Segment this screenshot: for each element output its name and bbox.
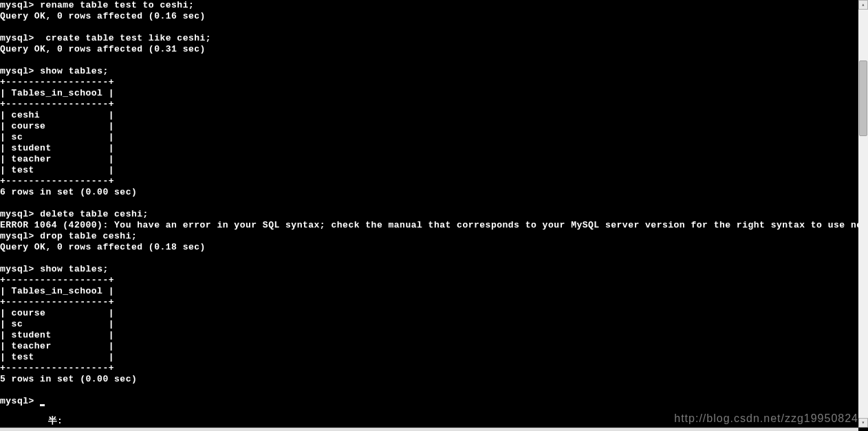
table-header: | Tables_in_school | — [0, 286, 114, 296]
table-row: | ceshi | — [0, 110, 114, 120]
table-row: | course | — [0, 121, 114, 131]
command-show2: show tables; — [40, 264, 109, 274]
result-create: Query OK, 0 rows affected (0.31 sec) — [0, 44, 206, 54]
scrollbar-thumb[interactable] — [859, 60, 867, 136]
result-rename: Query OK, 0 rows affected (0.16 sec) — [0, 11, 206, 21]
command-drop: drop table ceshi; — [40, 231, 137, 241]
table-row: | test | — [0, 352, 114, 362]
table-row: | sc | — [0, 319, 114, 329]
prompt: mysql> — [0, 396, 34, 406]
table-row: | teacher | — [0, 341, 114, 351]
command-rename: rename table test to ceshi; — [40, 0, 194, 10]
result-drop: Query OK, 0 rows affected (0.18 sec) — [0, 242, 206, 252]
cursor — [40, 404, 45, 406]
horizontal-scrollbar[interactable] — [0, 428, 858, 431]
ime-indicator: 半: — [48, 416, 63, 427]
prompt: mysql> — [0, 264, 34, 274]
table-row: | sc | — [0, 132, 114, 142]
error-message: ERROR 1064 (42000): You have an error in… — [0, 220, 868, 230]
table-border: +------------------+ — [0, 176, 114, 186]
result-footer: 6 rows in set (0.00 sec) — [0, 187, 137, 197]
prompt: mysql> — [0, 66, 34, 76]
prompt: mysql> — [0, 231, 34, 241]
table-row: | teacher | — [0, 154, 114, 164]
table-row: | student | — [0, 330, 114, 340]
table-border: +------------------+ — [0, 297, 114, 307]
table-row: | student | — [0, 143, 114, 153]
table-border: +------------------+ — [0, 77, 114, 87]
table-row: | course | — [0, 308, 114, 318]
prompt: mysql> — [0, 209, 34, 219]
prompt: mysql> — [0, 0, 34, 10]
table-header: | Tables_in_school | — [0, 88, 114, 98]
prompt: mysql> — [0, 33, 34, 43]
watermark-text: http://blog.csdn.net/zzg19950824 — [674, 413, 858, 424]
scrollbar-track[interactable] — [858, 10, 868, 418]
command-delete: delete table ceshi; — [40, 209, 149, 219]
table-row: | test | — [0, 165, 114, 175]
table-border: +------------------+ — [0, 99, 114, 109]
command-show1: show tables; — [40, 66, 109, 76]
terminal-output[interactable]: mysql> rename table test to ceshi; Query… — [0, 0, 858, 428]
table-border: +------------------+ — [0, 363, 114, 373]
result-footer: 5 rows in set (0.00 sec) — [0, 374, 137, 384]
vertical-scrollbar[interactable]: ▴ ▾ — [858, 0, 868, 428]
scroll-down-button[interactable]: ▾ — [858, 418, 868, 428]
command-create: create table test like ceshi; — [40, 33, 211, 43]
table-border: +------------------+ — [0, 275, 114, 285]
scroll-up-button[interactable]: ▴ — [858, 0, 868, 10]
